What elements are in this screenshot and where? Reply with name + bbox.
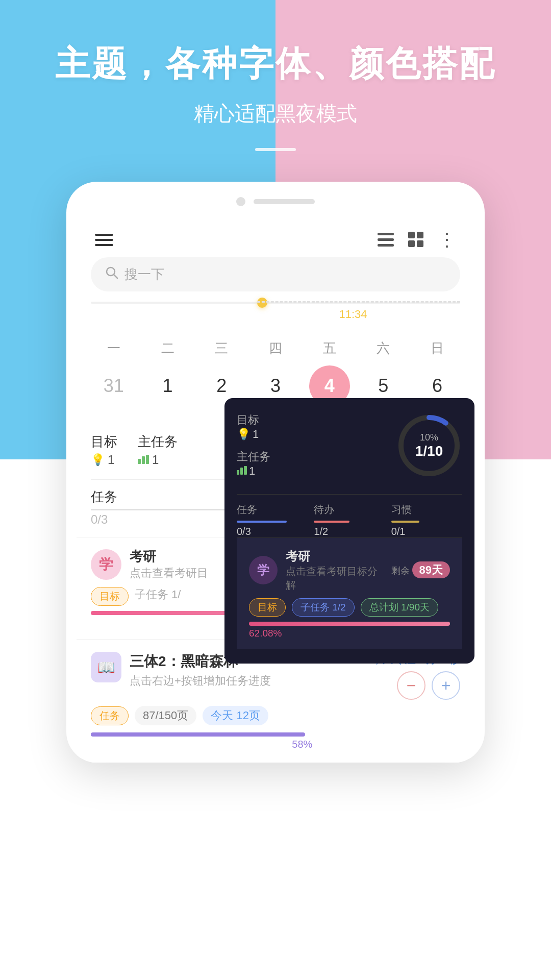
dark-task-count: 0/3 (237, 526, 308, 537)
dark-task-col-todo: 待办 1/2 (314, 503, 385, 537)
svg-line-8 (114, 275, 117, 278)
kaoyan-avatar-light: 学 (91, 549, 121, 580)
date-31[interactable]: 31 (93, 365, 134, 406)
dark-main-val: 1 (237, 464, 270, 478)
svg-rect-6 (417, 240, 423, 247)
date-1[interactable]: 1 (147, 365, 188, 406)
day-mon: 一 (93, 339, 134, 357)
week-calendar: 一 二 三 四 五 六 日 31 1 2 3 4 5 6 (77, 339, 474, 406)
dark-stats-left: 目标 💡 1 主任务 (237, 412, 396, 486)
svg-rect-0 (378, 233, 394, 235)
svg-rect-13 (240, 468, 243, 475)
search-icon (105, 266, 118, 283)
dark-kaoyan-header: 学 考研 点击查看考研目标分解 剩余 89天 (249, 548, 450, 592)
day-tue: 二 (147, 339, 188, 357)
light-main-label: 主任务 (138, 433, 178, 451)
svg-rect-1 (378, 238, 394, 241)
circle-text: 10% 1/10 (415, 432, 443, 459)
dark-task-grid: 任务 0/3 待办 1/2 习惯 0/1 (237, 494, 462, 537)
hamburger-line-2 (95, 239, 113, 241)
full-content: 目标 💡 1 主任务 (77, 419, 474, 763)
phone-notch (77, 197, 474, 206)
hero-subtitle: 精心适配黑夜模式 (0, 100, 551, 128)
dark-tag-subtask: 子任务 1/2 (292, 598, 355, 617)
book-today-pages: 今天 12页 (203, 706, 268, 725)
dark-kaoyan-card[interactable]: 学 考研 点击查看考研目标分解 剩余 89天 目标 子任务 1/2 (237, 537, 462, 649)
list-view-icon[interactable] (377, 231, 395, 249)
dark-kaoyan-info: 考研 点击查看考研目标分解 (286, 548, 383, 592)
remaining-days: 89天 (412, 561, 450, 578)
dark-tag-goal: 目标 (249, 598, 286, 617)
search-placeholder: 搜一下 (124, 265, 164, 283)
remaining-label: 剩余 (391, 566, 410, 576)
timeline-section: 11:34 (77, 302, 474, 339)
hamburger-icon[interactable] (95, 234, 113, 246)
task-bar-yellow (391, 521, 420, 523)
dark-kaoyan-right: 剩余 89天 (391, 562, 450, 578)
light-main-stat: 主任务 1 (138, 433, 178, 467)
dark-kaoyan-desc: 点击查看考研目标分解 (286, 565, 383, 592)
hero-section: 主题，各种字体、颜色搭配 精心适配黑夜模式 (0, 0, 551, 151)
book-controls: − + (371, 671, 460, 700)
dark-panel: 目标 💡 1 主任务 (224, 398, 474, 664)
app-header: ⋮ (77, 216, 474, 257)
dark-goal-val: 💡 1 (237, 428, 259, 441)
day-thu: 四 (255, 339, 296, 357)
svg-rect-12 (237, 470, 239, 475)
dark-kaoyan-tags: 目标 子任务 1/2 总计划 1/90天 (249, 598, 450, 617)
day-sun: 日 (417, 339, 458, 357)
task-bar-blue (237, 521, 287, 523)
dark-header-row: 目标 💡 1 主任务 (237, 412, 462, 486)
dark-habit-count: 0/1 (391, 526, 462, 537)
dark-task-label: 任务 (237, 503, 308, 517)
dark-task-col-task: 任务 0/3 (237, 503, 308, 537)
dark-progress-label: 62.08% (249, 628, 450, 639)
dark-progress-bar (249, 622, 450, 626)
dark-stat-row-main: 主任务 1 (237, 449, 396, 478)
svg-rect-3 (408, 232, 415, 238)
light-main-value: 1 (138, 453, 178, 467)
phone-speaker (254, 199, 315, 204)
tag-goal-light: 目标 (91, 587, 129, 606)
app-ui: ⋮ 搜一下 11:34 一 二 (77, 216, 474, 763)
circle-percent: 10% (415, 432, 443, 443)
dark-stat-row-goal: 目标 💡 1 (237, 412, 396, 441)
day-wed: 三 (201, 339, 242, 357)
book-progress-label: 58% (91, 739, 312, 750)
book-tags-row: 任务 87/150页 今天 12页 (91, 706, 460, 725)
dark-goal-stat: 目标 💡 1 (237, 412, 259, 441)
book-tag-task: 任务 (91, 706, 129, 725)
dark-kaoyan-title: 考研 (286, 548, 383, 565)
dark-kaoyan-avatar: 学 (249, 556, 278, 584)
dark-goal-count: 1 (253, 428, 259, 441)
decrease-button[interactable]: − (397, 671, 425, 700)
subtask-text-light: 子任务 1/ (135, 587, 181, 606)
hamburger-line-3 (95, 244, 113, 246)
dark-main-label: 主任务 (237, 449, 270, 464)
light-goal-count: 1 (108, 453, 114, 467)
book-avatar: 📖 (91, 652, 121, 682)
circle-progress: 10% 1/10 (396, 412, 462, 479)
timeline-line (91, 302, 460, 304)
hero-title: 主题，各种字体、颜色搭配 (0, 41, 551, 87)
day-sat: 六 (363, 339, 404, 357)
dark-main-count: 1 (249, 464, 255, 478)
light-main-count: 1 (152, 453, 159, 467)
more-icon[interactable]: ⋮ (438, 231, 456, 249)
hamburger-line-1 (95, 234, 113, 236)
dark-tag-plan: 总计划 1/90天 (361, 598, 438, 617)
grid-view-icon[interactable] (407, 231, 425, 249)
svg-rect-5 (408, 240, 415, 247)
task-bar-pink (314, 521, 349, 523)
header-right: ⋮ (377, 231, 456, 249)
svg-rect-4 (417, 232, 423, 238)
svg-rect-14 (244, 466, 247, 475)
dark-habit-label: 习惯 (391, 503, 462, 517)
dark-main-stat: 主任务 1 (237, 449, 270, 478)
dark-main-icon (237, 464, 247, 478)
search-bar[interactable]: 搜一下 (91, 257, 460, 291)
dark-goal-icon: 💡 (237, 428, 251, 441)
increase-button[interactable]: + (432, 671, 460, 700)
svg-rect-2 (378, 244, 394, 247)
book-desc: 点击右边+按钮增加任务进度 (130, 673, 363, 689)
